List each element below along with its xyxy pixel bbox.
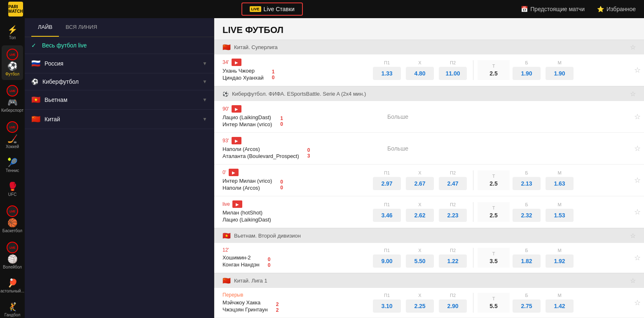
- star-col-m3: ☆: [631, 133, 644, 164]
- favorite-btn-m1[interactable]: ☆: [634, 66, 641, 75]
- odds-section-6: П1 9.00 Х 5.50 П2 1.22 Т 3.5: [371, 245, 576, 271]
- x-btn-m4[interactable]: 2.67: [406, 177, 434, 190]
- sidebar-label-tabletennis: астольный...: [0, 289, 24, 294]
- star-col-m7: ☆: [631, 288, 644, 318]
- p2-btn-m1[interactable]: 11.00: [439, 67, 467, 80]
- favorite-btn-m3[interactable]: ☆: [634, 144, 641, 153]
- favorite-star-cyber[interactable]: ☆: [630, 90, 636, 98]
- m-btn-m6[interactable]: 1.92: [546, 254, 574, 268]
- match-time-text-4: 0': [222, 170, 226, 175]
- team2-m4: Наполи (Arcos): [222, 185, 272, 191]
- team2-m5: Лацио (LaikingDast): [222, 217, 271, 223]
- main-layout: ⚡ Топ LIVE ⚽ Футбол LIVE 🎮 Киберспорт LI…: [0, 18, 644, 318]
- upcoming-matches-button[interactable]: 📅 Предстоящие матчи: [521, 6, 585, 12]
- sidebar-item-ufc[interactable]: 🥊 UFC: [2, 178, 23, 200]
- p2-btn-m4[interactable]: 2.47: [439, 177, 467, 190]
- score1-m4: 0: [280, 179, 283, 185]
- handball-icon: 🤾: [7, 302, 18, 312]
- score2-m1: 0: [272, 75, 275, 80]
- menu-item-all-football-live[interactable]: ✓ Весь футбол live: [25, 37, 214, 54]
- score1-m1: 1: [272, 69, 275, 75]
- t-val-m5: 2.5: [489, 212, 497, 219]
- favorite-star-china-liga1[interactable]: ☆: [630, 277, 636, 285]
- favorite-btn-m2[interactable]: ☆: [634, 112, 641, 121]
- odd-x-m7: Х 2.25: [404, 293, 436, 313]
- x-btn-m7[interactable]: 2.25: [406, 299, 434, 313]
- b-btn-m6[interactable]: 1.82: [513, 254, 541, 268]
- menu-item-cyberfootball[interactable]: ⚽ Киберфутбол ▼: [25, 73, 214, 90]
- sidebar-label-ufc: UFC: [8, 192, 17, 197]
- x-btn-m1[interactable]: 4.80: [406, 67, 434, 80]
- favorite-star-china-super[interactable]: ☆: [630, 43, 636, 51]
- b-btn-m5[interactable]: 2.32: [513, 209, 541, 222]
- match-row-4: 0' ▶ Интер Милан (vrico) Наполи (Arcos) …: [214, 165, 644, 196]
- video-icon-4[interactable]: ▶: [229, 169, 239, 176]
- live-bets-button[interactable]: LIVE Live Ставки: [241, 2, 303, 16]
- favorite-btn-m4[interactable]: ☆: [634, 176, 641, 185]
- favorite-btn-m7[interactable]: ☆: [634, 298, 641, 307]
- total-t-m5: Т 2.5: [478, 202, 510, 222]
- p1-btn-m6[interactable]: 9.00: [373, 254, 401, 268]
- x-btn-m5[interactable]: 2.62: [406, 209, 434, 222]
- p1-btn-m7[interactable]: 3.10: [373, 299, 401, 313]
- top-navigation: PARIMATCH LIVE Live Ставки 📅 Предстоящие…: [0, 0, 644, 18]
- sidebar-item-football[interactable]: LIVE ⚽ Футбол: [2, 45, 23, 80]
- tab-all-line[interactable]: ВСЯ ЛИНИЯ: [59, 18, 104, 37]
- menu-item-russia[interactable]: 🇷🇺 Россия ▼: [25, 54, 214, 73]
- odd-b-m1: Б 1.90: [511, 60, 543, 80]
- b-btn-m7[interactable]: 2.75: [513, 299, 541, 313]
- b-label-m4: Б: [525, 170, 528, 175]
- m-btn-m1[interactable]: 1.90: [546, 67, 574, 80]
- sidebar-item-basketball[interactable]: LIVE 🏀 Баскетбол: [2, 202, 23, 237]
- b-btn-m4[interactable]: 2.13: [513, 177, 541, 190]
- team1-m7: Мэйчжоу Хакка: [222, 299, 268, 306]
- menu-item-vietnam[interactable]: 🇻🇳 Вьетнам ▼: [25, 90, 214, 110]
- video-icon-2[interactable]: ▶: [232, 105, 241, 113]
- m-btn-m4[interactable]: 1.63: [546, 177, 574, 190]
- sidebar-item-tennis[interactable]: 🎾 Теннис: [2, 154, 23, 177]
- video-icon-5[interactable]: ▶: [232, 200, 242, 208]
- odd-m-m7: М 1.42: [543, 293, 576, 313]
- m-label-m1: М: [557, 60, 561, 65]
- odd-b-m5: Б 2.32: [511, 202, 543, 222]
- b-label-m6: Б: [525, 248, 528, 253]
- p1-btn-m4[interactable]: 2.97: [373, 177, 401, 190]
- m-btn-m5[interactable]: 1.53: [546, 209, 574, 222]
- match-left-5: live ▶ Милан (hotShot) Лацио (LaikingDas…: [214, 196, 371, 228]
- video-icon-1[interactable]: ▶: [232, 59, 241, 66]
- odd-p2-m6: П2 1.22: [437, 248, 469, 268]
- match-time-text-1: 34': [222, 59, 229, 65]
- sidebar-item-handball[interactable]: 🤾 Гандбол: [2, 299, 23, 318]
- p1-btn-m1[interactable]: 1.33: [373, 67, 401, 80]
- favorite-star-vietnam[interactable]: ☆: [630, 232, 636, 240]
- sidebar-item-esports[interactable]: LIVE 🎮 Киберспорт: [2, 82, 23, 116]
- bolshe-text-3: Больше: [371, 137, 425, 160]
- video-icon-3[interactable]: ▶: [232, 137, 241, 144]
- tab-live[interactable]: ЛАЙВ: [31, 18, 59, 37]
- p2-btn-m6[interactable]: 1.22: [439, 254, 467, 268]
- odd-x-m5: Х 2.62: [404, 202, 436, 222]
- x-btn-m6[interactable]: 5.50: [406, 254, 434, 268]
- sidebar-item-hockey[interactable]: LIVE 🏒 Хоккей: [2, 118, 23, 153]
- b-btn-m1[interactable]: 1.90: [513, 67, 541, 80]
- favorites-button[interactable]: ⭐ Избранное: [597, 6, 636, 12]
- team1-m4: Интер Милан (vrico): [222, 178, 272, 184]
- m-btn-m7[interactable]: 1.42: [546, 299, 574, 313]
- p2-label-m1: П2: [450, 60, 456, 65]
- sidebar-item-tabletennis[interactable]: 🏓 астольный...: [2, 275, 23, 297]
- favorite-btn-m6[interactable]: ☆: [634, 253, 641, 262]
- p1-btn-m5[interactable]: 3.46: [373, 209, 401, 222]
- t-label-m1: Т: [492, 64, 495, 68]
- sidebar-item-top[interactable]: ⚡ Топ: [2, 21, 23, 44]
- sidebar-item-volleyball[interactable]: LIVE 🏐 Волейбол: [2, 238, 23, 273]
- menu-label-vietnam: Вьетнам: [44, 97, 198, 103]
- p2-btn-m7[interactable]: 2.90: [439, 299, 467, 313]
- total-t-m7: Т 5.5: [478, 293, 510, 313]
- favorite-btn-m5[interactable]: ☆: [634, 207, 641, 217]
- odd-m-m4: М 1.63: [543, 170, 576, 190]
- menu-item-china[interactable]: 🇨🇳 Китай ▼: [25, 110, 214, 129]
- odds-container-5: П1 3.46 Х 2.62 П2 2.23 Т 2.5: [371, 196, 631, 228]
- odd-p1-m1: П1 1.33: [371, 60, 403, 80]
- p2-btn-m5[interactable]: 2.23: [439, 209, 467, 222]
- odd-x-m6: Х 5.50: [404, 248, 436, 268]
